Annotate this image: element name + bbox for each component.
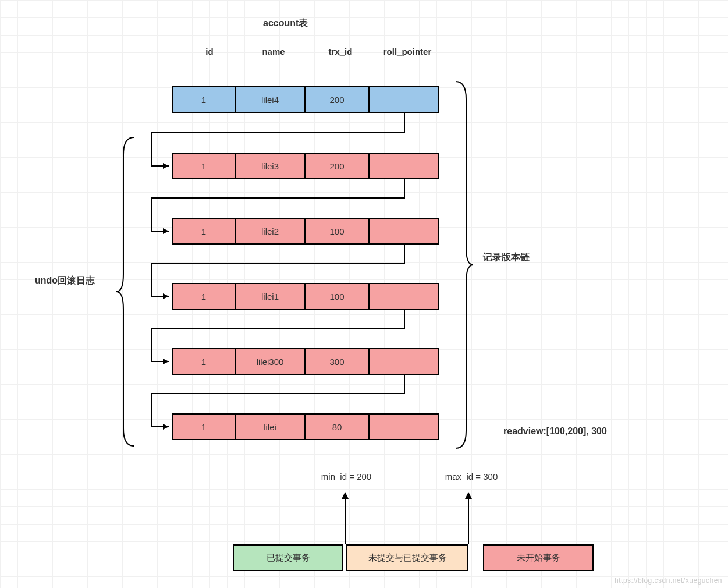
legend-committed: 已提交事务 xyxy=(233,544,343,571)
legend-arrows xyxy=(0,0,728,588)
svg-marker-6 xyxy=(342,492,349,499)
svg-marker-8 xyxy=(465,492,472,499)
watermark: https://blog.csdn.net/xueguchen xyxy=(615,576,722,585)
legend-notstarted: 未开始事务 xyxy=(483,544,594,571)
legend-mixed: 未提交与已提交事务 xyxy=(346,544,468,571)
